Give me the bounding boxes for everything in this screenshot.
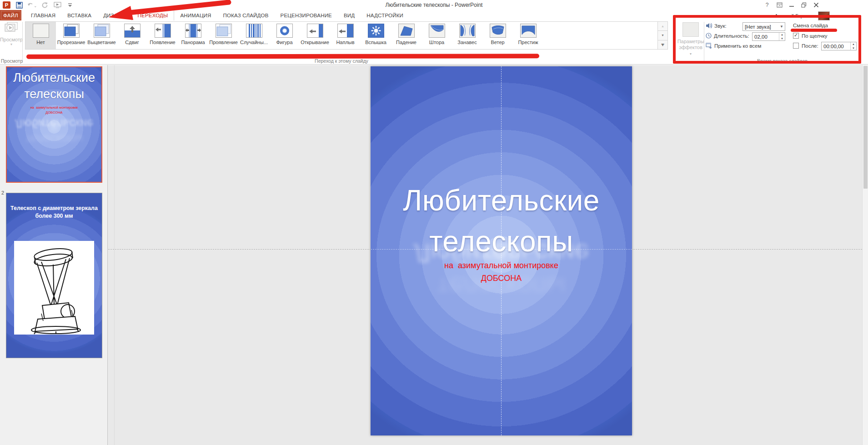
after-spinner[interactable]: 00:00,00 ▲▼ (821, 42, 857, 50)
shape-transition-icon (276, 24, 293, 38)
effect-options-icon (682, 22, 699, 37)
push-transition-icon (124, 24, 140, 38)
title-bar: P Любительские телескопы - PowerPoint (0, 0, 868, 10)
transition-label: Фигура (276, 40, 292, 45)
transition-label: Нет (36, 40, 45, 45)
duration-spinner[interactable]: 02,00 ▲▼ (752, 32, 785, 41)
account-area[interactable]: Алексей Горлов ▾ (775, 11, 830, 20)
transition-cover[interactable]: Наплыв (330, 22, 361, 49)
tab-дизайн[interactable]: ДИЗАЙН (97, 10, 131, 20)
thumb2-telescope-image (14, 241, 94, 335)
sound-combo[interactable]: [Нет звука] ▼ (743, 22, 785, 31)
transition-prestige[interactable]: Престиж (513, 22, 543, 49)
slide-thumbnail-1[interactable]: Любительские телескопы Любительские теле… (6, 66, 102, 183)
transition-flash[interactable]: Вспышка (361, 22, 391, 49)
slide-editor[interactable]: Любительские телескопы Любительские теле… (371, 66, 632, 435)
transition-none[interactable]: Нет (25, 22, 56, 49)
effect-options-button[interactable]: Параметры эффектов ▼ (678, 21, 703, 58)
transition-push[interactable]: Сдвиг (117, 22, 147, 49)
on-click-option[interactable]: ✓ По щелчку (793, 33, 828, 39)
tab-анимация[interactable]: АНИМАЦИЯ (174, 10, 217, 20)
slide-subtitle-line2[interactable]: ДОБСОНА (371, 274, 632, 283)
transition-curtains[interactable]: Занавес (452, 22, 482, 49)
transition-label: Престиж (518, 40, 538, 45)
transition-label: Панорама (181, 40, 205, 45)
apply-to-all-label: Применить ко всем (714, 43, 761, 49)
close-button[interactable] (812, 1, 821, 9)
thumb2-title-line1: Телескоп с диаметром зеркала (6, 205, 102, 211)
transition-label: Ветер (491, 40, 504, 45)
transition-gallery: НетПрорезаниеВыцветаниеСдвигПоявлениеПан… (25, 21, 658, 50)
thumb1-title-line1: Любительские (7, 71, 101, 85)
transition-split[interactable]: Панорама (178, 22, 208, 49)
slide-thumbnail-2[interactable]: Телескоп с диаметром зеркала более 300 м… (6, 193, 102, 358)
transition-drape[interactable]: Штора (421, 22, 452, 49)
wind-transition-icon (490, 24, 506, 38)
transition-label: Открывание (301, 40, 329, 45)
curtains-transition-icon (459, 24, 476, 38)
transition-wipe[interactable]: Появление (147, 22, 178, 49)
fade-transition-icon (94, 24, 110, 38)
gallery-expand[interactable]: ▬▼ (658, 40, 667, 49)
tab-вид[interactable]: ВИД (338, 10, 361, 20)
thumb2-title-line2: более 300 мм (6, 213, 102, 219)
tab-вставка[interactable]: ВСТАВКА (61, 10, 97, 20)
after-checkbox[interactable]: ✓ (793, 43, 799, 49)
group-label-preview: Просмотр (0, 58, 24, 64)
gallery-scroll-down[interactable]: ▼ (658, 31, 667, 40)
preview-button[interactable]: Просмотр ▼ (1, 21, 21, 57)
user-name[interactable]: Алексей Горлов (775, 13, 812, 19)
fall-transition-icon (398, 24, 415, 38)
transition-cut[interactable]: Прорезание (56, 22, 86, 49)
workspace: Любительские телескопы Любительские теле… (0, 65, 868, 445)
tab-файл[interactable]: ФАЙЛ (0, 10, 21, 20)
chevron-down-icon: ▼ (10, 43, 13, 46)
slide-subtitle-line1[interactable]: на азимутальной монтировке (371, 261, 632, 270)
none-transition-icon (33, 24, 49, 38)
transition-shape[interactable]: Фигура (269, 22, 300, 49)
slide-title-line2[interactable]: телескопы (371, 225, 632, 258)
slide-thumbnail-panel: Любительские телескопы Любительские теле… (0, 65, 108, 445)
transition-fall[interactable]: Падение (391, 22, 421, 49)
transition-label: Выцветание (87, 40, 115, 45)
slide-canvas: Любительские телескопы Любительские теле… (108, 65, 868, 445)
tab-переходы[interactable]: ПЕРЕХОДЫ (131, 10, 175, 20)
tab-показ-слайдов[interactable]: ПОКАЗ СЛАЙДОВ (217, 10, 275, 20)
vertical-scrollbar[interactable] (862, 65, 868, 445)
avatar[interactable] (818, 11, 830, 20)
spinner-arrows[interactable]: ▲▼ (779, 33, 785, 40)
window-title: Любительские телескопы - PowerPoint (0, 2, 868, 8)
thumb1-subtitle-line1: на азимутальной монтировке (7, 105, 101, 110)
transition-label: Вспышка (365, 40, 386, 45)
sound-label: Звук: (714, 23, 727, 29)
slide-title-line1[interactable]: Любительские (371, 184, 632, 217)
transition-uncover[interactable]: Открывание (300, 22, 330, 49)
scrollbar-thumb[interactable] (863, 66, 868, 189)
transition-reveal[interactable]: Проявление (208, 22, 239, 49)
transition-label: Проявление (209, 40, 238, 45)
tab-рецензирование[interactable]: РЕЦЕНЗИРОВАНИЕ (275, 10, 338, 20)
tab-надстройки[interactable]: НАДСТРОЙКИ (361, 10, 409, 20)
after-option[interactable]: ✓ После: (793, 43, 818, 49)
help-button[interactable]: ? (763, 1, 772, 9)
minimize-button[interactable] (787, 1, 796, 9)
on-click-label: По щелчку (802, 33, 828, 39)
chevron-down-icon: ▾ (814, 14, 816, 18)
on-click-checkbox[interactable]: ✓ (793, 33, 799, 39)
transition-random-bars[interactable]: Случайны... (239, 22, 269, 49)
ribbon-display-options-button[interactable] (775, 1, 784, 9)
transition-wind[interactable]: Ветер (482, 22, 513, 49)
after-value: 00:00,00 (822, 44, 850, 49)
apply-to-all-button[interactable]: Применить ко всем (706, 43, 761, 49)
transition-label: Падение (396, 40, 416, 45)
gallery-scroll-up[interactable]: ▲ (658, 22, 667, 31)
group-separator (22, 22, 23, 63)
split-transition-icon (185, 24, 201, 38)
thumb1-reflection-2: телескопы (7, 132, 101, 146)
wipe-transition-icon (155, 24, 171, 38)
powerpoint-window: P Любительские телескопы - PowerPoint ? … (0, 0, 868, 445)
spinner-arrows[interactable]: ▲▼ (850, 42, 856, 50)
transition-fade[interactable]: Выцветание (86, 22, 117, 49)
restore-button[interactable] (799, 1, 808, 9)
tab-главная[interactable]: ГЛАВНАЯ (25, 10, 61, 20)
